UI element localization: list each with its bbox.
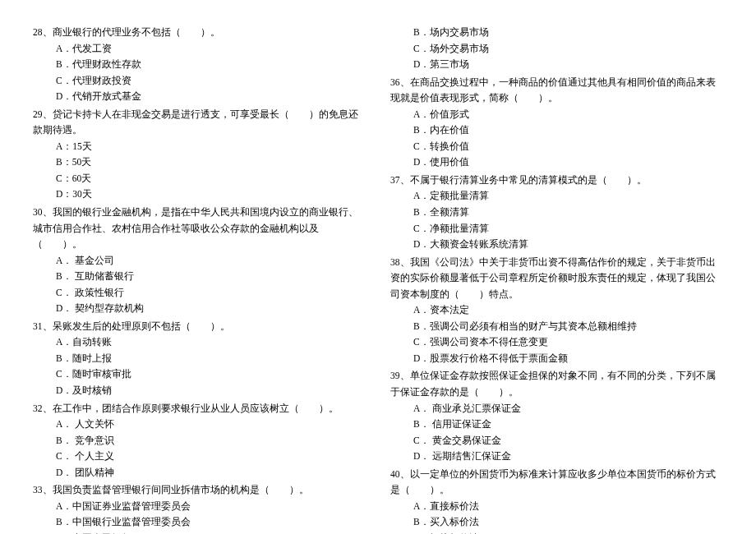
question-option: A．资本法定 bbox=[390, 302, 723, 319]
question: 39、单位保证金存款按照保证金担保的对象不同，有不同的分类，下列不属于保证金存款… bbox=[390, 368, 723, 464]
question-option: C． 黄金交易保证金 bbox=[390, 433, 723, 449]
question-stem: 37、不属于银行清算业务中常见的清算模式的是（ ）。 bbox=[390, 173, 723, 189]
question-option: B． 信用证保证金 bbox=[390, 417, 723, 433]
question: 37、不属于银行清算业务中常见的清算模式的是（ ）。A．定额批量清算B．全额清算… bbox=[390, 173, 723, 253]
question-option: D：30天 bbox=[33, 186, 366, 203]
question-stem: 29、贷记卡持卡人在非现金交易是进行透支，可享受最长（ ）的免息还款期待遇。 bbox=[33, 107, 366, 139]
question-option: A． 商业承兑汇票保证金 bbox=[390, 401, 723, 417]
question-option: C．强调公司资本不得任意变更 bbox=[390, 334, 723, 351]
question-option: D．使用价值 bbox=[390, 154, 723, 171]
question-stem: 28、商业银行的代理业务不包括（ ）。 bbox=[33, 25, 366, 41]
question-option: A． 人文关怀 bbox=[33, 417, 366, 433]
question-option: D．股票发行价格不得低于票面金额 bbox=[390, 351, 723, 367]
left-column: 28、商业银行的代理业务不包括（ ）。A．代发工资B．代理财政性存款C．代理财政… bbox=[33, 25, 366, 534]
question-stem: 32、在工作中，团结合作原则要求银行业从业人员应该树立（ ）。 bbox=[33, 401, 366, 417]
question-option: D．代销开放式基金 bbox=[33, 89, 366, 105]
question-option: D． 团队精神 bbox=[33, 465, 366, 481]
question-option: A． 基金公司 bbox=[33, 253, 366, 269]
question-option: A．价值形式 bbox=[390, 107, 723, 123]
question-option: A．直接标价法 bbox=[390, 499, 723, 515]
question-option: D．大额资金转账系统清算 bbox=[390, 237, 723, 253]
right-column: B．场内交易市场C．场外交易市场D．第三市场36、在商品交换过程中，一种商品的价… bbox=[390, 25, 723, 534]
question-option: C．间接标价法 bbox=[390, 531, 723, 534]
question-option: B．随时上报 bbox=[33, 351, 366, 367]
question-option: A．中国证券业监督管理委员会 bbox=[33, 499, 366, 515]
question-option: B． 竞争意识 bbox=[33, 433, 366, 449]
question: 40、以一定单位的外国货币为标准来计算应收多少单位本国货币的标价方式是（ ）。A… bbox=[390, 467, 723, 534]
question: 36、在商品交换过程中，一种商品的价值通过其他具有相同价值的商品来表现就是价值表… bbox=[390, 75, 723, 171]
question-option: C．场外交易市场 bbox=[390, 41, 723, 58]
question-stem: 39、单位保证金存款按照保证金担保的对象不同，有不同的分类，下列不属于保证金存款… bbox=[390, 368, 723, 400]
question-option: B．全额清算 bbox=[390, 205, 723, 221]
question: 30、我国的银行业金融机构，是指在中华人民共和国境内设立的商业银行、城市信用合作… bbox=[33, 205, 366, 317]
question: 29、贷记卡持卡人在非现金交易是进行透支，可享受最长（ ）的免息还款期待遇。A：… bbox=[33, 107, 366, 203]
question-option: B．买入标价法 bbox=[390, 514, 723, 531]
question-option: C． 政策性银行 bbox=[33, 285, 366, 302]
question-stem: 40、以一定单位的外国货币为标准来计算应收多少单位本国货币的标价方式是（ ）。 bbox=[390, 467, 723, 499]
question-option: C．净额批量清算 bbox=[390, 221, 723, 237]
question-option: B．强调公司必须有相当的财产与其资本总额相维持 bbox=[390, 319, 723, 335]
question: B．场内交易市场C．场外交易市场D．第三市场 bbox=[390, 25, 723, 73]
question-option: C． 个人主义 bbox=[33, 449, 366, 465]
question-option: C．代理财政投资 bbox=[33, 73, 366, 90]
question-option: C．随时审核审批 bbox=[33, 366, 366, 383]
question-option: D．及时核销 bbox=[33, 383, 366, 399]
question-stem: 38、我国《公司法》中关于非货币出资不得高估作价的规定，关于非货币出资的实际价额… bbox=[390, 255, 723, 303]
question: 28、商业银行的代理业务不包括（ ）。A．代发工资B．代理财政性存款C．代理财政… bbox=[33, 25, 366, 105]
question-option: B．代理财政性存款 bbox=[33, 57, 366, 73]
question-option: A：15天 bbox=[33, 139, 366, 155]
question-option: C：60天 bbox=[33, 171, 366, 187]
question-option: B．中国银行业监督管理委员会 bbox=[33, 514, 366, 531]
question-option: A．代发工资 bbox=[33, 41, 366, 58]
question: 33、我国负责监督管理银行间同业拆借市场的机构是（ ）。A．中国证券业监督管理委… bbox=[33, 482, 366, 534]
question-option: A．定额批量清算 bbox=[390, 188, 723, 205]
question-stem: 30、我国的银行业金融机构，是指在中华人民共和国境内设立的商业银行、城市信用合作… bbox=[33, 205, 366, 253]
question-option: A．自动转账 bbox=[33, 334, 366, 351]
question-option: D． 远期结售汇保证金 bbox=[390, 449, 723, 465]
question: 31、呆账发生后的处理原则不包括（ ）。A．自动转账B．随时上报C．随时审核审批… bbox=[33, 319, 366, 399]
question: 32、在工作中，团结合作原则要求银行业从业人员应该树立（ ）。A． 人文关怀B．… bbox=[33, 401, 366, 481]
question-option: B：50天 bbox=[33, 154, 366, 171]
question-option: C．中国人民银行 bbox=[33, 531, 366, 534]
question: 38、我国《公司法》中关于非货币出资不得高估作价的规定，关于非货币出资的实际价额… bbox=[390, 255, 723, 367]
question-option: C．转换价值 bbox=[390, 139, 723, 155]
question-option: B． 互助储蓄银行 bbox=[33, 269, 366, 285]
question-option: B．内在价值 bbox=[390, 122, 723, 139]
question-stem: 33、我国负责监督管理银行间同业拆借市场的机构是（ ）。 bbox=[33, 482, 366, 499]
question-stem: 31、呆账发生后的处理原则不包括（ ）。 bbox=[33, 319, 366, 335]
question-option: B．场内交易市场 bbox=[390, 25, 723, 41]
question-stem: 36、在商品交换过程中，一种商品的价值通过其他具有相同价值的商品来表现就是价值表… bbox=[390, 75, 723, 107]
question-option: D． 契约型存款机构 bbox=[33, 301, 366, 317]
question-option: D．第三市场 bbox=[390, 57, 723, 73]
